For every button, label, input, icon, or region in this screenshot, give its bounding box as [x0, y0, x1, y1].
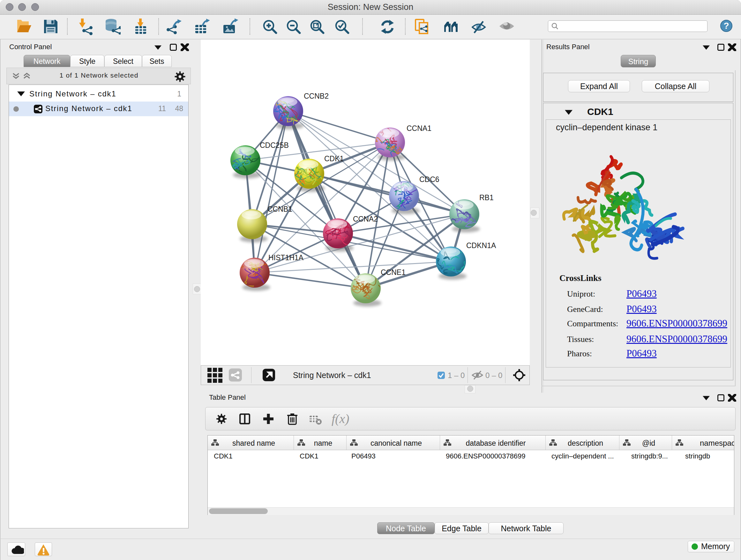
svg-text:CDK1: CDK1 [324, 154, 344, 163]
svg-text:CDC25B: CDC25B [260, 141, 289, 149]
svg-text:CCNE1: CCNE1 [381, 268, 406, 276]
svg-text:CCNB2: CCNB2 [304, 92, 329, 100]
svg-text:CCNA1: CCNA1 [407, 124, 431, 132]
svg-text:RB1: RB1 [479, 193, 494, 202]
svg-text:CCNB1: CCNB1 [267, 205, 292, 213]
svg-text:CCNA2: CCNA2 [353, 215, 378, 223]
svg-text:HIST1H1A: HIST1H1A [268, 253, 304, 262]
svg-text:CDC6: CDC6 [419, 175, 440, 184]
svg-text:CDKN1A: CDKN1A [466, 241, 496, 250]
